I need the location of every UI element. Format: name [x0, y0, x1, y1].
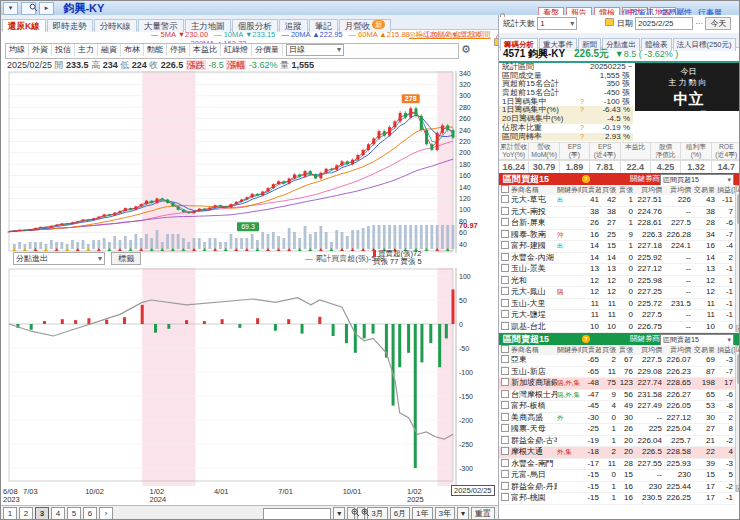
- help-icon[interactable]: ?: [580, 133, 590, 142]
- row-checkbox[interactable]: [501, 436, 509, 444]
- help-icon[interactable]: ?: [580, 98, 590, 107]
- row-checkbox[interactable]: [501, 241, 509, 249]
- row-checkbox[interactable]: [501, 253, 509, 261]
- table-row[interactable]: 富邦-桃園-15116230.5226.2517-1: [499, 493, 735, 505]
- row-checkbox[interactable]: [501, 413, 509, 421]
- table-row[interactable]: 美商高盛外-30030--227.12302: [499, 413, 735, 425]
- row-checkbox[interactable]: [501, 322, 509, 330]
- table-row[interactable]: 元大-鳳山隔12120227.25--12-1: [499, 287, 735, 299]
- page-2[interactable]: 2: [19, 507, 33, 520]
- table-row[interactable]: 亞東-65267227.5226.0769-3: [499, 355, 735, 367]
- row-checkbox[interactable]: [501, 310, 509, 318]
- pink-zone-note[interactable]: ◎粉紅色區為處置股期間: [409, 30, 491, 40]
- help-icon[interactable]: ?: [580, 124, 590, 133]
- table-row[interactable]: 元大-南投38380224.76--387: [499, 207, 735, 219]
- table-row[interactable]: 群益金鼎-丹鳳-15116230225.4417-2: [499, 482, 735, 494]
- date-input[interactable]: 2025/2/25: [635, 17, 693, 30]
- table-row[interactable]: 永豐金-內湖14140225.92--142: [499, 253, 735, 265]
- chart-tool-紅綠燈[interactable]: 紅綠燈: [221, 44, 252, 56]
- row-checkbox[interactable]: [501, 195, 509, 203]
- table-row[interactable]: 玉山-大里11110225.72231.511-1: [499, 299, 735, 311]
- help-icon[interactable]: ?: [580, 106, 590, 115]
- table-row[interactable]: 富邦-板橋-45449227.49226.0553-8: [499, 401, 735, 413]
- search-icon[interactable]: [21, 2, 36, 15]
- table-row[interactable]: 元大-鹽埕11110227.5--11-1: [499, 310, 735, 322]
- row-checkbox[interactable]: [501, 482, 509, 490]
- tab-還原K線[interactable]: 還原K線: [2, 19, 46, 32]
- days-select[interactable]: 1▾: [537, 17, 577, 30]
- scroll-up-icon[interactable]: ▲: [736, 185, 740, 192]
- row-checkbox[interactable]: [501, 276, 509, 284]
- today-button[interactable]: 今天: [705, 17, 731, 30]
- table-row[interactable]: 凱基-台北10100226.75--100: [499, 322, 735, 334]
- page-5[interactable]: 5: [67, 507, 81, 520]
- row-checkbox[interactable]: [501, 367, 509, 375]
- row-checkbox[interactable]: [501, 493, 509, 501]
- table-row[interactable]: 國泰-敦南沖16259226.3226.2834-7: [499, 230, 735, 242]
- tag-button[interactable]: 標籤: [111, 252, 141, 265]
- row-checkbox[interactable]: [501, 218, 509, 226]
- chart-tool-主力[interactable]: 主力: [75, 44, 98, 56]
- tab-即時走勢[interactable]: 即時走勢: [47, 19, 93, 32]
- table-row[interactable]: 永豐金-南門-171128227.55225.9339-3: [499, 459, 735, 471]
- reset-button[interactable]: 重置: [471, 507, 495, 520]
- chart-tool-融資[interactable]: 融資: [98, 44, 121, 56]
- row-checkbox[interactable]: [501, 447, 509, 455]
- chart-tool-動能[interactable]: 動能: [144, 44, 167, 56]
- table-row[interactable]: 台新-屏東26271228.61227.528-6: [499, 218, 735, 230]
- period-3年[interactable]: 3年: [435, 507, 455, 520]
- help-icon[interactable]: ?: [582, 175, 590, 183]
- table-row[interactable]: 玉山-新店-651176229.08226.2387-7: [499, 367, 735, 379]
- scroll-down-icon[interactable]: ▼: [736, 325, 740, 332]
- row-checkbox[interactable]: [501, 355, 509, 363]
- row-checkbox[interactable]: [501, 390, 509, 398]
- chart-tool-本益比[interactable]: 本益比: [190, 44, 221, 56]
- tab-分時K線[interactable]: 分時K線: [94, 19, 137, 32]
- row-checkbox[interactable]: [501, 470, 509, 478]
- broker-flow-chart[interactable]: 100500-50-100-150-200-250-300: [5, 268, 497, 486]
- page-3[interactable]: 3: [35, 507, 49, 520]
- table-row[interactable]: 摩根大通外,集-18220226.5228.58224: [499, 447, 735, 459]
- date-dots[interactable]: ···: [695, 19, 703, 28]
- chart-tool-均線[interactable]: 均線: [6, 44, 29, 56]
- row-checkbox[interactable]: [501, 299, 509, 307]
- range-input[interactable]: [263, 508, 331, 520]
- zoom-out-icon[interactable]: [347, 507, 355, 520]
- row-checkbox[interactable]: [501, 378, 509, 386]
- chart-tool-布林[interactable]: 布林: [121, 44, 144, 56]
- table-row[interactable]: 富邦-建國出14151227.18224.116-4: [499, 241, 735, 253]
- table-row[interactable]: 光和12120225.98--121: [499, 276, 735, 288]
- checkbox[interactable]: [501, 345, 509, 353]
- table-row[interactable]: 群益金鼎-古亭-19120226.04225.721-2: [499, 436, 735, 448]
- period-select[interactable]: 日線▾: [286, 44, 344, 56]
- period-1年[interactable]: 1年: [412, 507, 432, 520]
- table-row[interactable]: 台灣摩根士丹利隔,外,集-47956231.58226.2765-6: [499, 390, 735, 402]
- table-row[interactable]: 元大-草屯出41421227.5122643-11: [499, 195, 735, 207]
- period-3月[interactable]: 3月: [367, 507, 387, 520]
- page-6[interactable]: 6: [83, 507, 97, 520]
- row-checkbox[interactable]: [501, 459, 509, 467]
- row-checkbox[interactable]: [501, 287, 509, 295]
- table-row[interactable]: 玉山-景美13130227.12--13-1: [499, 264, 735, 276]
- date-lock-icon[interactable]: [605, 18, 614, 26]
- help-icon[interactable]: ?: [582, 335, 590, 343]
- range-caret-icon[interactable]: ▾: [333, 507, 345, 520]
- scroll-down-icon[interactable]: ▼: [736, 485, 740, 492]
- more-caret-icon[interactable]: ▾: [457, 507, 469, 520]
- chart-tool-投信[interactable]: 投信: [52, 44, 75, 56]
- scrollbar[interactable]: ▲▼: [735, 345, 740, 492]
- row-checkbox[interactable]: [501, 401, 509, 409]
- gear-icon[interactable]: ⚙: [461, 43, 471, 56]
- page-4[interactable]: 4: [51, 507, 65, 520]
- chart-tool-停損[interactable]: 停損: [167, 44, 190, 56]
- row-checkbox[interactable]: [501, 424, 509, 432]
- row-checkbox[interactable]: [501, 207, 509, 215]
- checkbox[interactable]: [501, 185, 509, 193]
- collapse-icon[interactable]: ▾: [3, 2, 18, 15]
- table-row[interactable]: 新加坡商瑞銀隔,外,集-4875123227.74228.6519817: [499, 378, 735, 390]
- table-row[interactable]: 元富-烏日-15015--230155: [499, 470, 735, 482]
- expand-icon[interactable]: ▸: [39, 2, 54, 15]
- indicator-select[interactable]: 分點進出 ▾: [13, 252, 105, 265]
- price-chart[interactable]: 3403203002802602402202001801601401201008…: [5, 71, 497, 253]
- row-checkbox[interactable]: [501, 264, 509, 272]
